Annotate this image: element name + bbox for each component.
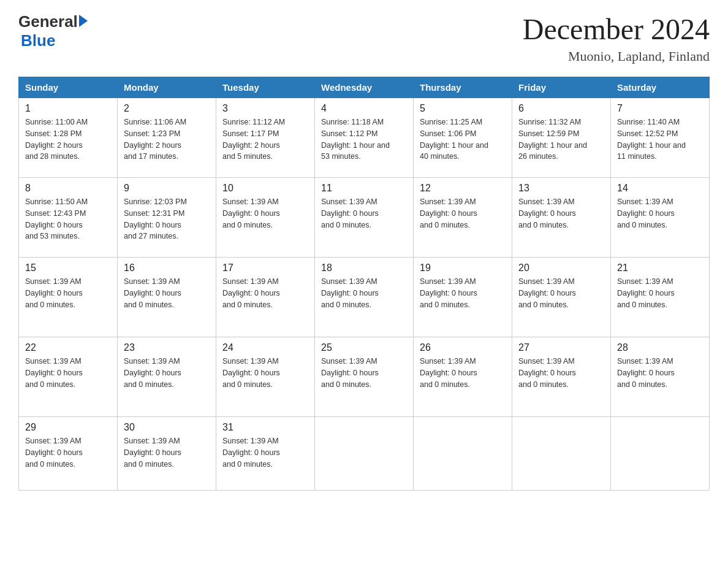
day-number-16: 16	[124, 262, 210, 274]
day-number-10: 10	[222, 183, 308, 194]
calendar-subtitle: Muonio, Lapland, Finland	[523, 48, 710, 64]
day-number-20: 20	[518, 262, 604, 274]
day-number-26: 26	[420, 342, 506, 353]
header-col-tuesday: Tuesday	[216, 77, 315, 98]
header-col-wednesday: Wednesday	[315, 77, 414, 98]
day-info-4: Sunrise: 11:18 AM Sunset: 1:12 PM Daylig…	[321, 117, 407, 163]
day-number-5: 5	[420, 103, 506, 114]
week-row-5: 29Sunset: 1:39 AM Daylight: 0 hours and …	[19, 417, 710, 491]
cell-w3-d3: 17Sunset: 1:39 AM Daylight: 0 hours and …	[216, 258, 315, 337]
cell-w1-d4: 4Sunrise: 11:18 AM Sunset: 1:12 PM Dayli…	[315, 98, 414, 178]
day-number-13: 13	[518, 183, 604, 194]
header-col-saturday: Saturday	[611, 77, 710, 98]
cell-w2-d2: 9Sunrise: 12:03 PM Sunset: 12:31 PM Dayl…	[118, 178, 216, 258]
cell-w1-d7: 7Sunrise: 11:40 AM Sunset: 12:52 PM Dayl…	[611, 98, 710, 178]
day-number-1: 1	[25, 103, 111, 114]
day-info-17: Sunset: 1:39 AM Daylight: 0 hours and 0 …	[222, 276, 308, 310]
logo-blue: Blue	[21, 31, 55, 50]
cell-w4-d6: 27Sunset: 1:39 AM Daylight: 0 hours and …	[512, 337, 611, 417]
day-number-9: 9	[124, 183, 210, 194]
logo-arrow-icon	[79, 15, 88, 27]
day-number-11: 11	[321, 183, 407, 194]
day-info-2: Sunrise: 11:06 AM Sunset: 1:23 PM Daylig…	[124, 117, 210, 163]
title-area: December 2024 Muonio, Lapland, Finland	[523, 12, 710, 64]
cell-w4-d4: 25Sunset: 1:39 AM Daylight: 0 hours and …	[315, 337, 414, 417]
day-number-7: 7	[617, 103, 703, 114]
cell-w4-d1: 22Sunset: 1:39 AM Daylight: 0 hours and …	[19, 337, 118, 417]
day-info-10: Sunset: 1:39 AM Daylight: 0 hours and 0 …	[222, 196, 308, 231]
cell-w2-d6: 13Sunset: 1:39 AM Daylight: 0 hours and …	[512, 178, 611, 258]
day-number-12: 12	[420, 183, 506, 194]
day-info-13: Sunset: 1:39 AM Daylight: 0 hours and 0 …	[518, 196, 604, 231]
cell-w5-d1: 29Sunset: 1:39 AM Daylight: 0 hours and …	[19, 417, 118, 491]
cell-w2-d3: 10Sunset: 1:39 AM Daylight: 0 hours and …	[216, 178, 315, 258]
day-info-19: Sunset: 1:39 AM Daylight: 0 hours and 0 …	[420, 276, 506, 310]
day-info-24: Sunset: 1:39 AM Daylight: 0 hours and 0 …	[222, 356, 308, 390]
day-number-28: 28	[617, 342, 703, 353]
day-info-12: Sunset: 1:39 AM Daylight: 0 hours and 0 …	[420, 196, 506, 231]
cell-w5-d5	[414, 417, 512, 491]
day-number-6: 6	[518, 103, 604, 114]
day-info-14: Sunset: 1:39 AM Daylight: 0 hours and 0 …	[617, 196, 703, 231]
cell-w1-d3: 3Sunrise: 11:12 AM Sunset: 1:17 PM Dayli…	[216, 98, 315, 178]
day-info-31: Sunset: 1:39 AM Daylight: 0 hours and 0 …	[222, 435, 308, 470]
cell-w5-d3: 31Sunset: 1:39 AM Daylight: 0 hours and …	[216, 417, 315, 491]
day-info-15: Sunset: 1:39 AM Daylight: 0 hours and 0 …	[25, 276, 111, 310]
header-col-monday: Monday	[118, 77, 216, 98]
cell-w2-d7: 14Sunset: 1:39 AM Daylight: 0 hours and …	[611, 178, 710, 258]
day-info-30: Sunset: 1:39 AM Daylight: 0 hours and 0 …	[124, 435, 210, 470]
day-number-15: 15	[25, 262, 111, 274]
day-number-4: 4	[321, 103, 407, 114]
cell-w3-d4: 18Sunset: 1:39 AM Daylight: 0 hours and …	[315, 258, 414, 337]
day-number-23: 23	[124, 342, 210, 353]
day-number-18: 18	[321, 262, 407, 274]
day-number-19: 19	[420, 262, 506, 274]
day-number-17: 17	[222, 262, 308, 274]
day-info-1: Sunrise: 11:00 AM Sunset: 1:28 PM Daylig…	[25, 117, 111, 163]
day-info-6: Sunrise: 11:32 AM Sunset: 12:59 PM Dayli…	[518, 117, 604, 163]
day-info-27: Sunset: 1:39 AM Daylight: 0 hours and 0 …	[518, 356, 604, 390]
calendar-title: December 2024	[523, 12, 710, 46]
day-info-28: Sunset: 1:39 AM Daylight: 0 hours and 0 …	[617, 356, 703, 390]
column-headers: SundayMondayTuesdayWednesdayThursdayFrid…	[19, 77, 710, 98]
header: General Blue December 2024 Muonio, Lapla…	[18, 12, 710, 64]
cell-w5-d6	[512, 417, 611, 491]
day-info-16: Sunset: 1:39 AM Daylight: 0 hours and 0 …	[124, 276, 210, 310]
day-info-21: Sunset: 1:39 AM Daylight: 0 hours and 0 …	[617, 276, 703, 310]
day-number-25: 25	[321, 342, 407, 353]
logo: General Blue	[18, 12, 88, 50]
day-info-5: Sunrise: 11:25 AM Sunset: 1:06 PM Daylig…	[420, 117, 506, 163]
cell-w1-d2: 2Sunrise: 11:06 AM Sunset: 1:23 PM Dayli…	[118, 98, 216, 178]
day-number-27: 27	[518, 342, 604, 353]
day-info-11: Sunset: 1:39 AM Daylight: 0 hours and 0 …	[321, 196, 407, 231]
day-info-23: Sunset: 1:39 AM Daylight: 0 hours and 0 …	[124, 356, 210, 390]
day-info-3: Sunrise: 11:12 AM Sunset: 1:17 PM Daylig…	[222, 117, 308, 163]
cell-w3-d2: 16Sunset: 1:39 AM Daylight: 0 hours and …	[118, 258, 216, 337]
cell-w2-d1: 8Sunrise: 11:50 AM Sunset: 12:43 PM Dayl…	[19, 178, 118, 258]
day-number-30: 30	[124, 422, 210, 433]
cell-w3-d1: 15Sunset: 1:39 AM Daylight: 0 hours and …	[19, 258, 118, 337]
day-info-8: Sunrise: 11:50 AM Sunset: 12:43 PM Dayli…	[25, 196, 111, 242]
day-number-21: 21	[617, 262, 703, 274]
cell-w4-d3: 24Sunset: 1:39 AM Daylight: 0 hours and …	[216, 337, 315, 417]
cell-w2-d5: 12Sunset: 1:39 AM Daylight: 0 hours and …	[414, 178, 512, 258]
calendar-table: SundayMondayTuesdayWednesdayThursdayFrid…	[18, 77, 710, 491]
day-number-31: 31	[222, 422, 308, 433]
cell-w4-d5: 26Sunset: 1:39 AM Daylight: 0 hours and …	[414, 337, 512, 417]
day-info-29: Sunset: 1:39 AM Daylight: 0 hours and 0 …	[25, 435, 111, 470]
cell-w4-d7: 28Sunset: 1:39 AM Daylight: 0 hours and …	[611, 337, 710, 417]
cell-w3-d7: 21Sunset: 1:39 AM Daylight: 0 hours and …	[611, 258, 710, 337]
header-col-sunday: Sunday	[19, 77, 118, 98]
day-number-3: 3	[222, 103, 308, 114]
cell-w3-d6: 20Sunset: 1:39 AM Daylight: 0 hours and …	[512, 258, 611, 337]
day-number-29: 29	[25, 422, 111, 433]
day-info-18: Sunset: 1:39 AM Daylight: 0 hours and 0 …	[321, 276, 407, 310]
cell-w5-d7	[611, 417, 710, 491]
week-row-3: 15Sunset: 1:39 AM Daylight: 0 hours and …	[19, 258, 710, 337]
day-info-25: Sunset: 1:39 AM Daylight: 0 hours and 0 …	[321, 356, 407, 390]
week-row-1: 1Sunrise: 11:00 AM Sunset: 1:28 PM Dayli…	[19, 98, 710, 178]
cell-w1-d5: 5Sunrise: 11:25 AM Sunset: 1:06 PM Dayli…	[414, 98, 512, 178]
cell-w4-d2: 23Sunset: 1:39 AM Daylight: 0 hours and …	[118, 337, 216, 417]
header-col-thursday: Thursday	[414, 77, 512, 98]
day-number-8: 8	[25, 183, 111, 194]
